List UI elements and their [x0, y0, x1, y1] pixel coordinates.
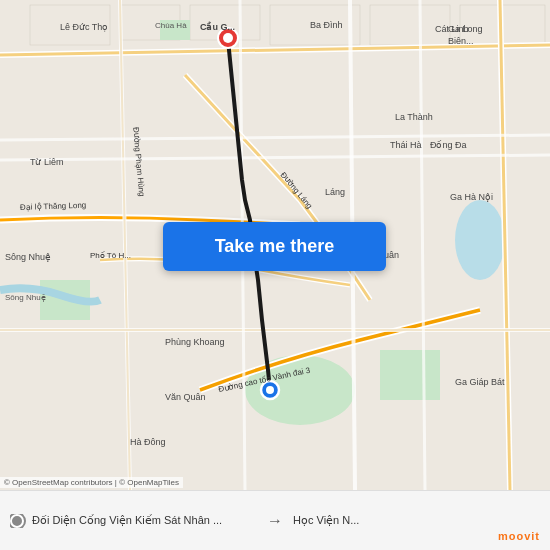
svg-text:Cầu G...: Cầu G... — [200, 21, 235, 32]
svg-text:Đống Đa: Đống Đa — [430, 140, 467, 150]
svg-text:Biên...: Biên... — [448, 36, 474, 46]
bottom-bar: Đối Diện Cổng Viện Kiểm Sát Nhân ... → H… — [0, 490, 550, 550]
svg-text:La Thành: La Thành — [395, 112, 433, 122]
svg-text:Láng: Láng — [325, 187, 345, 197]
svg-text:Ga Hà Nội: Ga Hà Nội — [450, 192, 493, 202]
svg-rect-9 — [380, 350, 440, 400]
svg-text:Thái Hà: Thái Hà — [390, 140, 422, 150]
origin-icon — [10, 514, 24, 528]
take-me-there-button[interactable]: Take me there — [163, 222, 386, 271]
svg-text:Văn Quân: Văn Quân — [165, 392, 206, 402]
svg-text:Sông Nhuệ: Sông Nhuệ — [5, 252, 51, 262]
svg-text:Ga Long: Ga Long — [448, 24, 483, 34]
svg-text:Sông Nhuệ: Sông Nhuệ — [5, 293, 46, 302]
destination-section: Học Viện N... — [293, 514, 540, 527]
destination-text: Học Viện N... — [293, 514, 359, 527]
svg-text:Ba Đình: Ba Đình — [310, 20, 343, 30]
map-attribution: © OpenStreetMap contributors | © OpenMap… — [0, 477, 183, 488]
svg-text:Từ Liêm: Từ Liêm — [30, 157, 64, 167]
svg-text:Phùng Khoang: Phùng Khoang — [165, 337, 225, 347]
svg-point-30 — [266, 386, 274, 394]
svg-text:Chùa Hà: Chùa Hà — [155, 21, 187, 30]
moovit-logo: moovit — [498, 530, 540, 542]
arrow-icon: → — [267, 512, 283, 530]
map-container: Sông Nhuệ — [0, 0, 550, 490]
origin-text: Đối Diện Cổng Viện Kiểm Sát Nhân ... — [32, 514, 222, 527]
svg-point-12 — [455, 200, 505, 280]
origin-section: Đối Diện Cổng Viện Kiểm Sát Nhân ... — [10, 514, 257, 528]
svg-point-28 — [223, 33, 233, 43]
svg-text:Hà Đông: Hà Đông — [130, 437, 166, 447]
svg-text:Lê Đức Thọ: Lê Đức Thọ — [60, 22, 108, 32]
svg-text:Ga Giáp Bát: Ga Giáp Bát — [455, 377, 505, 387]
svg-text:Phố Tô H...: Phố Tô H... — [90, 251, 131, 260]
